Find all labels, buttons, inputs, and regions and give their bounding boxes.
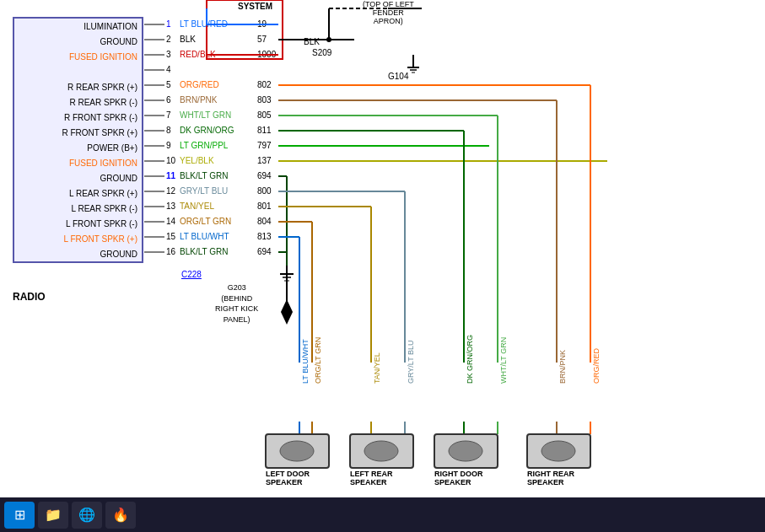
svg-text:BLK: BLK bbox=[180, 35, 196, 44]
svg-text:57: 57 bbox=[257, 35, 267, 44]
svg-text:RED/BLK: RED/BLK bbox=[180, 50, 216, 59]
svg-text:BLK/LT GRN: BLK/LT GRN bbox=[180, 247, 228, 256]
svg-text:802: 802 bbox=[257, 80, 272, 89]
svg-text:LT GRN/PPL: LT GRN/PPL bbox=[180, 141, 229, 150]
radio-label: RADIO bbox=[13, 291, 46, 303]
radio-connector-box: ILUMINATION GROUND FUSED IGNITION R REAR… bbox=[13, 17, 143, 263]
pin-l-front-pos: L FRONT SPKR (+) bbox=[14, 231, 142, 246]
svg-marker-95 bbox=[281, 299, 293, 312]
svg-text:5: 5 bbox=[166, 80, 171, 89]
svg-text:11: 11 bbox=[166, 171, 176, 180]
svg-text:TAN/YEL: TAN/YEL bbox=[373, 352, 381, 384]
svg-point-125 bbox=[364, 441, 398, 461]
system-label: SYSTEM bbox=[238, 2, 272, 11]
pin-r-rear-neg: R REAR SPKR (-) bbox=[14, 94, 142, 110]
svg-text:LT BLU/WHT: LT BLU/WHT bbox=[301, 339, 310, 384]
start-button[interactable]: ⊞ bbox=[4, 502, 35, 529]
svg-text:1000: 1000 bbox=[257, 50, 277, 59]
svg-text:BRN/PNK: BRN/PNK bbox=[180, 95, 218, 105]
svg-text:LEFT DOOR: LEFT DOOR bbox=[266, 470, 310, 478]
svg-text:SPEAKER: SPEAKER bbox=[350, 478, 387, 486]
svg-text:19: 19 bbox=[257, 19, 267, 29]
svg-text:1: 1 bbox=[166, 19, 171, 29]
pin-l-rear-neg: L REAR SPKR (-) bbox=[14, 201, 142, 216]
file-explorer-button[interactable]: 📁 bbox=[38, 502, 68, 529]
app-button[interactable]: 🔥 bbox=[105, 502, 136, 529]
pin-ilumination: ILUMINATION bbox=[14, 19, 142, 34]
svg-rect-120 bbox=[266, 434, 329, 468]
svg-text:YEL/BLK: YEL/BLK bbox=[180, 156, 214, 165]
svg-text:LT BLU/RED: LT BLU/RED bbox=[180, 19, 228, 29]
svg-text:811: 811 bbox=[257, 126, 272, 135]
svg-text:14: 14 bbox=[166, 217, 176, 226]
s209-label: S209 bbox=[312, 48, 331, 57]
pin-fused-ignition-1: FUSED IGNITION bbox=[14, 49, 142, 64]
pin-r-rear-pos: R REAR SPKR (+) bbox=[14, 79, 142, 94]
svg-text:LT BLU/WHT: LT BLU/WHT bbox=[180, 232, 229, 241]
svg-text:GRY/LT BLU: GRY/LT BLU bbox=[407, 340, 415, 384]
svg-text:694: 694 bbox=[257, 171, 272, 180]
svg-text:694: 694 bbox=[257, 247, 272, 256]
svg-text:RIGHT DOOR: RIGHT DOOR bbox=[434, 470, 483, 478]
c228-label: C228 bbox=[181, 270, 202, 279]
blk-label: BLK bbox=[304, 37, 320, 46]
svg-text:13: 13 bbox=[166, 202, 176, 211]
pin-l-front-neg: L FRONT SPKR (-) bbox=[14, 216, 142, 231]
svg-text:15: 15 bbox=[166, 232, 176, 241]
svg-text:DK GRN/ORG: DK GRN/ORG bbox=[466, 335, 474, 384]
pin-power: POWER (B+) bbox=[14, 140, 142, 155]
pin-r-front-pos: R FRONT SPKR (+) bbox=[14, 125, 142, 140]
svg-text:8: 8 bbox=[166, 126, 171, 135]
pin-empty-4 bbox=[14, 64, 142, 79]
svg-marker-137 bbox=[281, 312, 293, 325]
svg-text:801: 801 bbox=[257, 202, 272, 211]
pin-r-front-neg: R FRONT SPKR (-) bbox=[14, 110, 142, 125]
pin-ground-1: GROUND bbox=[14, 34, 142, 49]
svg-text:SPEAKER: SPEAKER bbox=[434, 478, 471, 486]
browser-button[interactable]: 🌐 bbox=[72, 502, 102, 529]
svg-text:2: 2 bbox=[166, 35, 171, 44]
g203-label: G203(BEHINDRIGHT KICKPANEL) bbox=[215, 282, 258, 325]
pin-fused-ignition-2: FUSED IGNITION bbox=[14, 155, 142, 170]
wiring-diagram: ILUMINATION GROUND FUSED IGNITION R REAR… bbox=[0, 0, 765, 497]
svg-text:ORG/RED: ORG/RED bbox=[592, 347, 601, 384]
svg-text:WHT/LT GRN: WHT/LT GRN bbox=[180, 110, 231, 120]
svg-text:BLK/LT GRN: BLK/LT GRN bbox=[180, 171, 228, 180]
svg-text:805: 805 bbox=[257, 110, 272, 120]
svg-point-129 bbox=[449, 441, 482, 461]
svg-point-68 bbox=[326, 37, 331, 42]
svg-text:800: 800 bbox=[257, 186, 272, 196]
svg-text:797: 797 bbox=[257, 141, 272, 150]
svg-text:804: 804 bbox=[257, 217, 272, 226]
svg-text:ORG/LT GRN: ORG/LT GRN bbox=[314, 337, 322, 384]
svg-text:803: 803 bbox=[257, 95, 272, 105]
svg-text:9: 9 bbox=[166, 141, 171, 150]
g104-label: G104 bbox=[388, 72, 408, 81]
svg-text:137: 137 bbox=[257, 156, 272, 165]
pin-l-rear-pos: L REAR SPKR (+) bbox=[14, 185, 142, 201]
svg-text:RIGHT REAR: RIGHT REAR bbox=[527, 470, 575, 478]
svg-rect-124 bbox=[350, 434, 413, 468]
taskbar: ⊞ 📁 🌐 🔥 bbox=[0, 497, 765, 532]
svg-text:10: 10 bbox=[166, 156, 176, 165]
svg-text:WHT/LT GRN: WHT/LT GRN bbox=[499, 337, 508, 384]
svg-text:12: 12 bbox=[166, 186, 176, 196]
fender-apron-label: (TOP OF LEFTFENDERAPRON) bbox=[363, 0, 414, 25]
svg-text:3: 3 bbox=[166, 50, 171, 59]
svg-text:BRN/PNK: BRN/PNK bbox=[558, 350, 567, 384]
svg-text:SPEAKER: SPEAKER bbox=[266, 478, 303, 486]
svg-text:16: 16 bbox=[166, 247, 176, 256]
svg-text:813: 813 bbox=[257, 232, 272, 241]
svg-text:LEFT REAR: LEFT REAR bbox=[350, 470, 393, 478]
svg-point-121 bbox=[280, 441, 314, 461]
pin-ground-3: GROUND bbox=[14, 246, 142, 261]
svg-rect-132 bbox=[527, 434, 590, 468]
svg-text:DK GRN/ORG: DK GRN/ORG bbox=[180, 126, 234, 135]
svg-text:6: 6 bbox=[166, 95, 171, 105]
svg-text:GRY/LT BLU: GRY/LT BLU bbox=[180, 186, 228, 196]
svg-text:TAN/YEL: TAN/YEL bbox=[180, 202, 214, 211]
svg-text:ORG/LT GRN: ORG/LT GRN bbox=[180, 217, 231, 226]
svg-text:SPEAKER: SPEAKER bbox=[527, 478, 564, 486]
pin-ground-2: GROUND bbox=[14, 170, 142, 185]
svg-text:4: 4 bbox=[166, 65, 171, 74]
